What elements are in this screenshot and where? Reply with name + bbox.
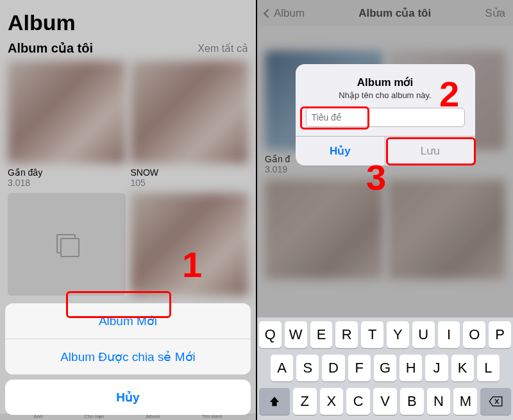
key-o[interactable]: O bbox=[463, 321, 485, 348]
new-album-option[interactable]: Album Mới bbox=[5, 303, 251, 339]
key-h[interactable]: H bbox=[399, 355, 422, 382]
backspace-icon bbox=[489, 396, 503, 407]
key-c[interactable]: C bbox=[346, 388, 370, 415]
shift-icon bbox=[269, 396, 280, 407]
key-j[interactable]: J bbox=[425, 355, 448, 382]
keyboard-row-1: Q W E R T Y U I O P bbox=[259, 321, 511, 348]
new-album-dialog: Album mới Nhập tên cho album này. Hủy Lư… bbox=[296, 64, 475, 165]
key-t[interactable]: T bbox=[361, 321, 383, 348]
key-w[interactable]: W bbox=[285, 321, 307, 348]
screenshot-right: Album Album của tôi Sửa Gần đ 3.019 bbox=[257, 0, 513, 420]
key-n[interactable]: N bbox=[427, 388, 451, 415]
key-k[interactable]: K bbox=[451, 355, 474, 382]
key-x[interactable]: X bbox=[320, 388, 344, 415]
screenshot-left: Album Album của tôi Xem tất cả Gần đây 3… bbox=[0, 0, 256, 420]
shift-key[interactable] bbox=[259, 388, 290, 415]
key-d[interactable]: D bbox=[322, 355, 344, 382]
action-sheet: Album Mới Album Được chia sẻ Mới Hủy bbox=[0, 298, 256, 420]
key-y[interactable]: Y bbox=[387, 321, 409, 348]
dialog-header: Album mới Nhập tên cho album này. bbox=[296, 64, 475, 105]
action-group: Album Mới Album Được chia sẻ Mới bbox=[5, 303, 251, 374]
key-g[interactable]: G bbox=[374, 355, 396, 382]
key-m[interactable]: M bbox=[453, 388, 477, 415]
cancel-button[interactable]: Hủy bbox=[5, 380, 251, 415]
new-shared-album-option[interactable]: Album Được chia sẻ Mới bbox=[5, 339, 251, 374]
dialog-cancel-button[interactable]: Hủy bbox=[296, 137, 386, 165]
key-a[interactable]: A bbox=[271, 355, 293, 382]
key-u[interactable]: U bbox=[412, 321, 435, 348]
key-l[interactable]: L bbox=[477, 355, 500, 382]
keyboard-row-3: Z X C V B N M bbox=[259, 388, 511, 415]
album-title-input[interactable] bbox=[306, 108, 465, 127]
dialog-title: Album mới bbox=[303, 76, 467, 89]
key-p[interactable]: P bbox=[489, 321, 511, 348]
keyboard-row-2: A S D F G H J K L bbox=[259, 355, 511, 382]
key-b[interactable]: B bbox=[400, 388, 424, 415]
dialog-subtitle: Nhập tên cho album này. bbox=[303, 90, 467, 100]
backspace-key[interactable] bbox=[480, 388, 511, 415]
key-z[interactable]: Z bbox=[293, 388, 317, 415]
key-s[interactable]: S bbox=[296, 355, 319, 382]
key-i[interactable]: I bbox=[438, 321, 460, 348]
key-v[interactable]: V bbox=[373, 388, 397, 415]
dialog-input-wrap bbox=[296, 105, 475, 136]
dialog-save-button[interactable]: Lưu bbox=[385, 137, 475, 165]
key-e[interactable]: E bbox=[310, 321, 333, 348]
dialog-actions: Hủy Lưu bbox=[296, 136, 475, 165]
key-r[interactable]: R bbox=[335, 321, 358, 348]
key-f[interactable]: F bbox=[348, 355, 371, 382]
keyboard: Q W E R T Y U I O P A S D F G H J K L Z bbox=[257, 317, 513, 420]
key-q[interactable]: Q bbox=[259, 321, 282, 348]
